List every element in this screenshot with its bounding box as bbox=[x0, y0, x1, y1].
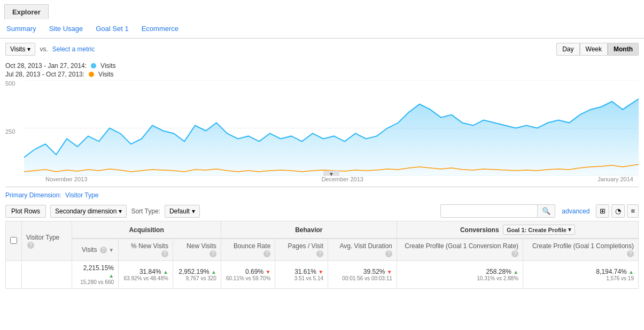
tab-goal-set[interactable]: Goal Set 1 bbox=[95, 20, 129, 37]
list-view-button[interactable]: ≡ bbox=[627, 204, 639, 218]
visits-pct-cell: 2,215.15% ▲ 15,280 vs 660 bbox=[72, 261, 119, 289]
bounce-rate-value: 0.69% bbox=[245, 268, 263, 275]
search-button[interactable]: 🔍 bbox=[537, 205, 555, 217]
bounce-rate-help[interactable]: ? bbox=[263, 250, 270, 257]
bounce-rate-col-header[interactable]: Bounce Rate ? bbox=[221, 239, 275, 261]
bounce-sub-value: 60.11% vs 59.70% bbox=[226, 275, 270, 281]
explorer-tab[interactable]: Explorer bbox=[4, 4, 49, 19]
new-visits-trend-icon: ▲ bbox=[211, 269, 216, 275]
conv-trend-icon: ▲ bbox=[513, 269, 518, 275]
bounce-trend-icon: ▼ bbox=[265, 269, 270, 275]
conv-sub-value: 10.31% vs 2.88% bbox=[401, 275, 518, 281]
vs-label: vs. bbox=[40, 45, 48, 53]
avg-sub-value: 00:01:56 vs 00:03:11 bbox=[332, 275, 392, 281]
visits-help[interactable]: ? bbox=[100, 247, 107, 254]
create-profile-rate-col-header[interactable]: Create Profile (Goal 1 Conversion Rate) … bbox=[397, 239, 523, 261]
tab-summary[interactable]: Summary bbox=[5, 20, 37, 37]
pct-new-sub-value: 63.92% vs 48.48% bbox=[123, 275, 168, 281]
pct-new-value: 31.84% bbox=[139, 268, 161, 275]
advanced-link[interactable]: advanced bbox=[562, 208, 589, 215]
legend-dot-blue bbox=[91, 63, 96, 68]
search-input[interactable] bbox=[441, 205, 537, 217]
behavior-header: Behavior bbox=[221, 221, 397, 239]
select-metric-link[interactable]: Select a metric bbox=[52, 45, 95, 53]
chevron-down-icon-2: ▾ bbox=[119, 208, 122, 215]
summary-label-cell bbox=[22, 261, 72, 289]
day-button[interactable]: Day bbox=[556, 43, 579, 56]
new-visits-col-header[interactable]: New Visits ? bbox=[173, 239, 221, 261]
y-label-500: 500 bbox=[5, 80, 21, 87]
tab-ecommerce[interactable]: Ecommerce bbox=[141, 20, 180, 37]
completions-pct-cell: 8,194.74% ▲ 1,576 vs 19 bbox=[523, 261, 639, 289]
bounce-rate-cell: 0.69% ▼ 60.11% vs 59.70% bbox=[221, 261, 275, 289]
visits-col-header[interactable]: Visits ? ▼ bbox=[72, 239, 119, 261]
legend-date-2: Jul 28, 2013 - Oct 27, 2013: bbox=[5, 71, 84, 78]
visitor-type-help[interactable]: ? bbox=[27, 242, 34, 249]
acquisition-header: Acquisition bbox=[72, 221, 221, 239]
pct-new-help[interactable]: ? bbox=[161, 250, 168, 257]
grid-view-button[interactable]: ⊞ bbox=[596, 204, 609, 218]
secondary-dimension-dropdown[interactable]: Secondary dimension ▾ bbox=[50, 205, 127, 218]
goal-dropdown[interactable]: Goal 1: Create Profile ▾ bbox=[503, 225, 575, 235]
dimension-value[interactable]: Visitor Type bbox=[65, 191, 98, 199]
pie-view-button[interactable]: ◔ bbox=[611, 204, 625, 218]
tab-bar: Summary Site Usage Goal Set 1 Ecommerce bbox=[0, 19, 644, 39]
create-profile-rate-help[interactable]: ? bbox=[511, 250, 518, 257]
avg-duration-cell: 39.52% ▼ 00:01:56 vs 00:03:11 bbox=[328, 261, 397, 289]
completions-pct-value: 8,194.74% bbox=[596, 268, 626, 275]
legend-label-2: Visits bbox=[98, 71, 113, 78]
chart-svg-area: ▼ bbox=[24, 80, 639, 176]
visits-trend-icon: ▲ bbox=[108, 273, 114, 279]
pct-new-trend-icon: ▲ bbox=[163, 269, 168, 275]
pages-sub-value: 3.51 vs 5.14 bbox=[280, 275, 323, 281]
avg-visit-help[interactable]: ? bbox=[385, 250, 392, 257]
month-button[interactable]: Month bbox=[608, 43, 639, 56]
completions-sub-value: 1,576 vs 19 bbox=[527, 275, 634, 281]
view-icons: ⊞ ◔ ≡ bbox=[596, 204, 639, 218]
chart-area: 500 250 ▼ November 2013 bbox=[5, 80, 639, 187]
new-visits-pct-cell: 2,952.19% ▲ 9,767 vs 320 bbox=[173, 261, 221, 289]
pct-new-visits-col-header[interactable]: % New Visits ? bbox=[119, 239, 173, 261]
time-button-group: Day Week Month bbox=[556, 43, 639, 56]
avg-trend-icon: ▼ bbox=[387, 269, 392, 275]
svg-marker-3 bbox=[24, 99, 639, 176]
tab-site-usage[interactable]: Site Usage bbox=[48, 20, 84, 37]
search-box: 🔍 bbox=[440, 204, 555, 218]
goal-chevron-icon: ▾ bbox=[568, 226, 571, 233]
table-controls-row: Plot Rows Secondary dimension ▾ Sort Typ… bbox=[0, 201, 644, 221]
pages-visit-col-header[interactable]: Pages / Visit ? bbox=[275, 239, 328, 261]
plot-rows-button[interactable]: Plot Rows bbox=[5, 205, 46, 218]
conv-rate-value: 258.28% bbox=[486, 268, 511, 275]
conversions-header: Conversions Goal 1: Create Profile ▾ bbox=[397, 221, 638, 239]
pages-visit-cell: 31.61% ▼ 3.51 vs 5.14 bbox=[275, 261, 328, 289]
create-profile-completions-col-header[interactable]: Create Profile (Goal 1 Completions) ? bbox=[523, 239, 639, 261]
summary-row: 2,215.15% ▲ 15,280 vs 660 31.84% ▲ 63.92… bbox=[6, 261, 639, 289]
legend-date-1: Oct 28, 2013 - Jan 27, 2014: bbox=[5, 62, 87, 70]
x-label-nov: November 2013 bbox=[45, 176, 87, 187]
legend-label-1: Visits bbox=[100, 62, 115, 70]
sort-default-dropdown[interactable]: Default ▾ bbox=[165, 205, 200, 218]
chart-x-axis: November 2013 December 2013 January 2014 bbox=[24, 176, 639, 187]
week-button[interactable]: Week bbox=[580, 43, 608, 56]
visitor-type-header: Visitor Type ? bbox=[22, 221, 72, 261]
create-profile-completions-help[interactable]: ? bbox=[627, 250, 634, 257]
data-table: Visitor Type ? Acquisition Behavior Conv… bbox=[5, 221, 639, 289]
chart-legend: Oct 28, 2013 - Jan 27, 2014: Visits Jul … bbox=[0, 60, 644, 78]
pages-visit-help[interactable]: ? bbox=[316, 250, 323, 257]
checkbox-header bbox=[6, 221, 22, 261]
controls-row: Visits ▾ vs. Select a metric Day Week Mo… bbox=[0, 39, 644, 60]
legend-dot-orange bbox=[89, 72, 94, 77]
chevron-down-icon: ▾ bbox=[27, 45, 30, 53]
avg-visit-col-header[interactable]: Avg. Visit Duration ? bbox=[328, 239, 397, 261]
primary-dimension-row: Primary Dimension: Visitor Type bbox=[0, 187, 644, 201]
metric-dropdown[interactable]: Visits ▾ bbox=[5, 43, 35, 56]
pages-visit-value: 31.61% bbox=[294, 268, 316, 275]
select-all-checkbox[interactable] bbox=[10, 237, 17, 244]
sort-type-label: Sort Type: bbox=[131, 208, 160, 215]
y-label-250: 250 bbox=[5, 128, 21, 135]
new-visits-help[interactable]: ? bbox=[210, 250, 216, 257]
chevron-down-icon-3: ▾ bbox=[192, 208, 195, 215]
completions-trend-icon: ▲ bbox=[629, 269, 634, 275]
chart-y-axis: 500 250 bbox=[5, 80, 21, 176]
conv-rate-cell: 258.28% ▲ 10.31% vs 2.88% bbox=[397, 261, 523, 289]
